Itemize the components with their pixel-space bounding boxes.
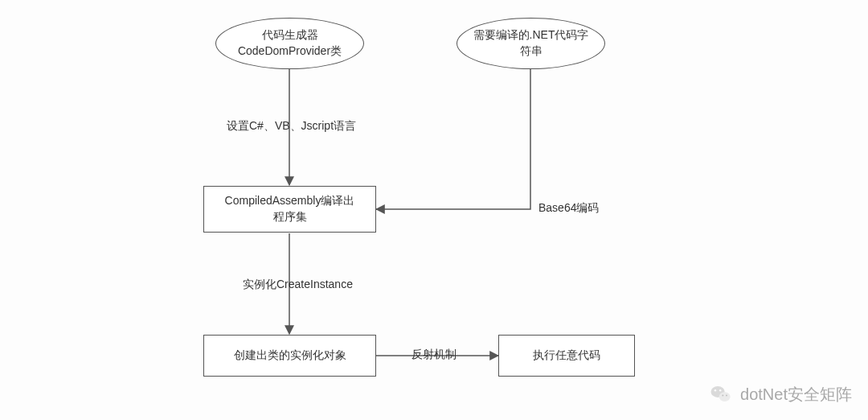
watermark: dotNet安全矩阵 — [710, 383, 852, 406]
edge-label-create-instance: 实例化CreateInstance — [243, 278, 353, 292]
edge-label-reflection: 反射机制 — [411, 348, 457, 362]
node-text: CodeDomProvider类 — [238, 43, 342, 60]
edge-label-set-language: 设置C#、VB、Jscript语言 — [227, 119, 356, 134]
node-code-generator: 代码生成器 CodeDomProvider类 — [215, 18, 364, 69]
node-text: 需要编译的.NET代码字 — [473, 27, 589, 43]
svg-point-6 — [719, 389, 721, 391]
node-compiled-assembly: CompiledAssembly编译出 程序集 — [203, 186, 376, 233]
node-text: 执行任意代码 — [533, 348, 600, 364]
node-instance-object: 创建出类的实例化对象 — [203, 335, 376, 377]
svg-point-7 — [722, 395, 723, 397]
edge-label-base64: Base64编码 — [538, 201, 599, 216]
node-text: 代码生成器 — [262, 27, 318, 43]
node-exec-arbitrary-code: 执行任意代码 — [498, 335, 635, 377]
node-text: 创建出类的实例化对象 — [234, 348, 346, 364]
node-text: CompiledAssembly编译出 — [225, 193, 355, 209]
svg-point-8 — [726, 395, 727, 397]
wechat-icon — [710, 383, 732, 406]
watermark-text: dotNet安全矩阵 — [740, 384, 852, 406]
node-text: 程序集 — [273, 209, 307, 225]
node-net-source-string: 需要编译的.NET代码字 符串 — [457, 18, 605, 69]
svg-point-4 — [719, 392, 731, 401]
node-text: 符串 — [520, 43, 542, 60]
svg-point-5 — [714, 389, 716, 391]
